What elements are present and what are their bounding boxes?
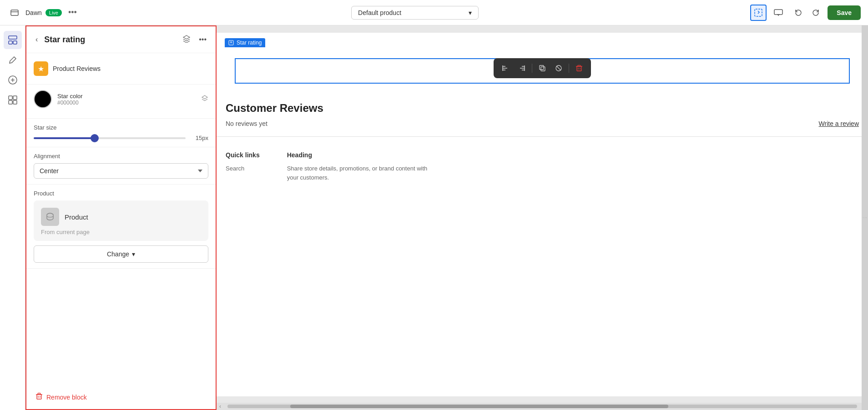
star-size-label: Star size — [34, 124, 208, 131]
topbar: Dawn Live ••• Default product ▾ Save — [0, 0, 868, 25]
svg-rect-8 — [13, 41, 17, 44]
toolbar-divider-2 — [569, 64, 569, 73]
svg-rect-32 — [541, 67, 545, 71]
block-icon: ★ — [34, 61, 48, 76]
star-color-layers-icon[interactable] — [201, 95, 208, 104]
remove-block-label: Remove block — [46, 394, 87, 401]
svg-rect-20 — [38, 393, 40, 395]
footer-col1-heading: Quick links — [226, 151, 260, 159]
footer-section: Quick links Search Heading Share store d… — [217, 136, 868, 196]
panel-content: ★ Product Reviews Star color #000000 — [26, 53, 216, 385]
alignment-section: Alignment Left Center Right — [26, 147, 216, 185]
footer-col2-text: Share store details, promotions, or bran… — [287, 164, 433, 182]
star-size-fill — [34, 137, 95, 139]
product-section: Product Product From current page Change… — [26, 185, 216, 269]
footer-col2-heading: Heading — [287, 151, 433, 159]
sidebar-item-sections[interactable] — [4, 31, 22, 49]
change-product-button[interactable]: Change ▾ — [34, 245, 208, 263]
toolbar-hide-button[interactable] — [551, 61, 566, 75]
reviews-title: Customer Reviews — [226, 102, 859, 115]
svg-rect-12 — [9, 96, 12, 100]
panel-header: ‹ Star rating ••• — [26, 26, 216, 53]
back-button[interactable] — [7, 5, 22, 20]
topbar-center: Default product ▾ — [85, 6, 745, 20]
block-item: ★ Product Reviews — [34, 59, 208, 79]
block-label: Product Reviews — [53, 65, 101, 72]
star-color-value: #000000 — [57, 100, 196, 106]
product-thumbnail — [41, 208, 59, 226]
save-button[interactable]: Save — [828, 5, 861, 20]
footer-col-2: Heading Share store details, promotions,… — [287, 151, 433, 182]
svg-rect-0 — [11, 10, 18, 15]
panel-back-button[interactable]: ‹ — [34, 35, 40, 45]
floating-toolbar — [494, 58, 591, 78]
toolbar-align-left-button[interactable] — [498, 61, 513, 75]
panel-more-button[interactable]: ••• — [197, 34, 208, 45]
star-size-thumb[interactable] — [91, 134, 99, 142]
footer-col-1: Quick links Search — [226, 151, 260, 182]
chevron-down-icon: ▾ — [469, 9, 472, 16]
scrollbar-thumb[interactable] — [290, 405, 668, 408]
svg-rect-16 — [37, 395, 41, 399]
scroll-left-arrow[interactable]: ‹ — [217, 403, 224, 410]
product-name: Product — [65, 213, 88, 221]
alignment-label: Alignment — [34, 153, 208, 160]
reviews-section: Customer Reviews No reviews yet Write a … — [217, 84, 868, 136]
alignment-select[interactable]: Left Center Right — [34, 163, 208, 179]
product-card-top: Product — [41, 208, 201, 226]
svg-rect-13 — [13, 96, 17, 100]
star-color-section: Star color #000000 — [26, 85, 216, 119]
star-rating-label: Star rating — [225, 38, 265, 47]
change-chevron-icon: ▾ — [132, 250, 135, 258]
select-tool-button[interactable] — [750, 5, 767, 21]
topbar-right: Save — [750, 5, 861, 21]
no-reviews-text: No reviews yet — [226, 120, 267, 127]
footer-col1-item1: Search — [226, 164, 260, 173]
settings-panel: ‹ Star rating ••• ★ Product Reviews S — [25, 25, 217, 410]
canvas-area: Star rating ☆ ☆ ☆ ☆ ☆ No reviews — [217, 25, 868, 410]
toolbar-delete-button[interactable] — [572, 61, 586, 75]
svg-rect-40 — [578, 65, 580, 67]
scrollbar-track[interactable] — [227, 405, 857, 408]
reviews-row: No reviews yet Write a review — [226, 120, 859, 127]
star-color-info: Star color #000000 — [57, 93, 196, 106]
undo-button[interactable] — [790, 5, 807, 21]
panel-title: Star rating — [44, 35, 176, 45]
star-color-row: Star color #000000 — [34, 90, 208, 108]
change-button-label: Change — [107, 250, 129, 258]
sidebar-item-add[interactable] — [4, 71, 22, 89]
star-size-track — [34, 137, 186, 139]
sidebar-item-apps[interactable] — [4, 91, 22, 109]
toolbar-divider-1 — [532, 64, 532, 73]
star-color-swatch[interactable] — [34, 90, 52, 108]
block-item-section: ★ Product Reviews — [26, 53, 216, 85]
svg-rect-6 — [9, 36, 17, 39]
canvas-resize-handle[interactable]: ⋮ — [862, 25, 868, 410]
svg-rect-14 — [9, 100, 12, 104]
desktop-view-button[interactable] — [770, 5, 787, 21]
undo-redo-group — [790, 5, 824, 21]
more-menu-button[interactable]: ••• — [66, 6, 80, 19]
svg-rect-36 — [577, 66, 581, 71]
resize-icon: ⋮ — [863, 215, 868, 220]
svg-rect-33 — [540, 65, 544, 70]
sidebar-item-customize[interactable] — [4, 51, 22, 69]
product-card: Product From current page — [34, 200, 208, 241]
trash-icon — [35, 393, 43, 402]
toolbar-align-right-button[interactable] — [515, 61, 529, 75]
star-size-section: Star size 15px — [26, 119, 216, 147]
live-badge: Live — [45, 9, 62, 16]
write-review-link[interactable]: Write a review — [819, 120, 859, 127]
canvas-inner: Star rating ☆ ☆ ☆ ☆ ☆ No reviews — [217, 33, 868, 396]
panel-layers-button[interactable] — [181, 33, 192, 46]
toolbar-duplicate-button[interactable] — [535, 61, 550, 75]
redo-button[interactable] — [807, 5, 824, 21]
store-name: Dawn — [25, 9, 42, 16]
remove-block-button[interactable]: Remove block — [26, 385, 216, 409]
topbar-left: Dawn Live ••• — [7, 5, 80, 20]
product-dropdown[interactable]: Default product ▾ — [351, 6, 479, 20]
product-section-label: Product — [34, 190, 208, 197]
product-dropdown-value: Default product — [358, 9, 401, 16]
canvas-bottom-scrollbar[interactable]: ‹ › — [217, 403, 868, 410]
svg-line-35 — [556, 66, 561, 70]
